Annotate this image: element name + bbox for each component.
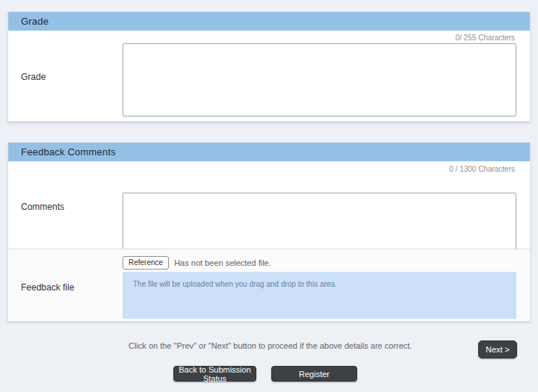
comments-row: Comments 0 / 1300 Characters [8, 161, 530, 249]
footer-instruction-text: Click on the "Prev" or "Next" button to … [129, 341, 412, 350]
grading-form-page: { "colors": { "page_background": "#edf1f… [0, 0, 538, 392]
back-to-submission-status-button[interactable]: Back to Submission Status [173, 366, 256, 382]
reference-button[interactable]: Reference [123, 256, 169, 270]
register-button[interactable]: Register [271, 366, 357, 382]
file-dropzone[interactable]: The file will be uploaded when you drag … [123, 272, 516, 319]
next-button[interactable]: Next > [478, 340, 517, 358]
grade-section-title: Grade [21, 16, 49, 27]
feedback-section-header: Feedback Comments [8, 143, 530, 161]
file-select-line: Reference Has not been selected file. [123, 256, 271, 270]
grade-section-header: Grade [8, 12, 530, 31]
grade-char-counter: 0/ 255 Characters [456, 34, 516, 42]
no-file-selected-text: Has not been selected file. [174, 258, 271, 267]
grade-section: Grade Grade 0/ 255 Characters [7, 11, 531, 122]
feedback-comments-section: Feedback Comments Comments 0 / 1300 Char… [7, 142, 531, 321]
dropzone-hint-text: The file will be uploaded when you drag … [133, 280, 337, 288]
grade-label: Grade [21, 72, 46, 82]
feedback-file-label: Feedback file [21, 282, 74, 293]
comments-char-counter: 0 / 1300 Characters [449, 165, 515, 173]
comments-label: Comments [21, 202, 64, 212]
grade-textarea[interactable] [123, 43, 516, 116]
feedback-section-title: Feedback Comments [21, 146, 116, 158]
feedback-file-row: Feedback file Reference Has not been sel… [8, 249, 530, 321]
